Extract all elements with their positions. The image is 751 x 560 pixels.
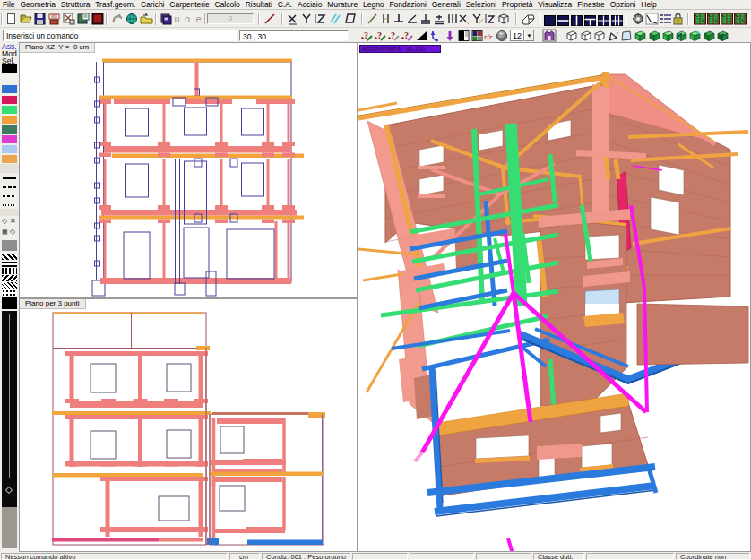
svg-text:r/r: r/r [484,32,493,41]
